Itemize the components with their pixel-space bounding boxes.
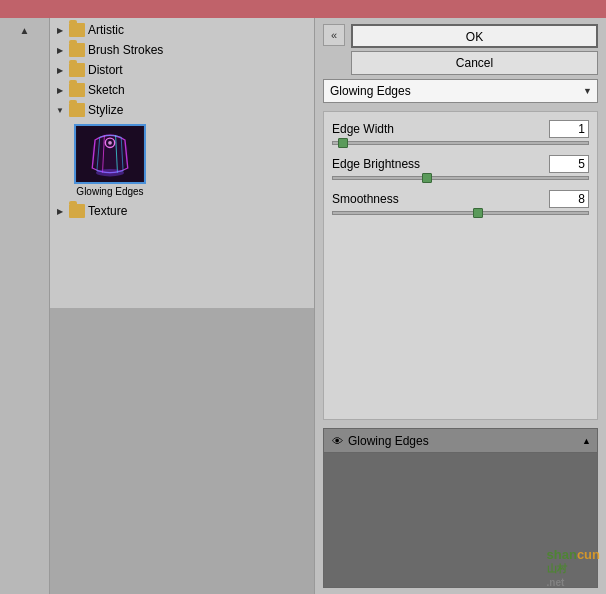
ok-button[interactable]: OK bbox=[351, 24, 598, 48]
scroll-up-arrow[interactable]: ▲ bbox=[17, 22, 33, 38]
folder-icon-sketch bbox=[69, 83, 85, 97]
thumbnail-image bbox=[74, 124, 146, 184]
title-bar bbox=[0, 0, 606, 18]
filter-select-wrapper: Glowing Edges bbox=[323, 79, 598, 103]
arrow-brush-strokes bbox=[54, 44, 66, 56]
collapse-icon: « bbox=[331, 29, 337, 41]
smoothness-input[interactable] bbox=[549, 190, 589, 208]
filter-select-row: Glowing Edges bbox=[315, 75, 606, 107]
folder-icon-distort bbox=[69, 63, 85, 77]
thumbnail-label-glowing-edges: Glowing Edges bbox=[76, 186, 143, 197]
left-scroll-panel: ▲ bbox=[0, 18, 50, 594]
tree-item-brush-strokes[interactable]: Brush Strokes bbox=[50, 40, 314, 60]
folder-icon-texture bbox=[69, 204, 85, 218]
label-texture: Texture bbox=[88, 204, 127, 218]
param-edge-brightness: Edge Brightness bbox=[332, 155, 589, 180]
preview-scroll-arrow: ▲ bbox=[582, 436, 591, 446]
folder-icon-stylize bbox=[69, 103, 85, 117]
smoothness-slider-thumb[interactable] bbox=[473, 208, 483, 218]
tree-item-artistic[interactable]: Artistic bbox=[50, 20, 314, 40]
eye-icon[interactable]: 👁 bbox=[330, 436, 344, 446]
edge-brightness-input[interactable] bbox=[549, 155, 589, 173]
filter-tree: Artistic Brush Strokes Distort Sketch bbox=[50, 18, 314, 308]
param-smoothness: Smoothness bbox=[332, 190, 589, 215]
folder-icon-artistic bbox=[69, 23, 85, 37]
arrow-artistic bbox=[54, 24, 66, 36]
edge-width-input[interactable] bbox=[549, 120, 589, 138]
preview-header: 👁 Glowing Edges ▲ bbox=[324, 429, 597, 453]
smoothness-label: Smoothness bbox=[332, 192, 399, 206]
tree-item-distort[interactable]: Distort bbox=[50, 60, 314, 80]
edge-brightness-label: Edge Brightness bbox=[332, 157, 420, 171]
label-artistic: Artistic bbox=[88, 23, 124, 37]
tree-item-texture[interactable]: Texture bbox=[50, 201, 314, 221]
right-panel: « OK Cancel Glowing Edges Edge Width bbox=[315, 18, 606, 594]
edge-brightness-slider-track[interactable] bbox=[332, 176, 589, 180]
svg-point-6 bbox=[96, 169, 124, 176]
edge-brightness-slider-thumb[interactable] bbox=[422, 173, 432, 183]
edge-width-slider-thumb[interactable] bbox=[338, 138, 348, 148]
arrow-stylize bbox=[54, 104, 66, 116]
tree-item-sketch[interactable]: Sketch bbox=[50, 80, 314, 100]
collapse-button[interactable]: « bbox=[323, 24, 345, 46]
label-brush-strokes: Brush Strokes bbox=[88, 43, 163, 57]
label-stylize: Stylize bbox=[88, 103, 123, 117]
params-area: Edge Width Edge Brightness bbox=[323, 111, 598, 420]
arrow-texture bbox=[54, 205, 66, 217]
thumbnail-glowing-edges[interactable]: Glowing Edges bbox=[74, 124, 146, 197]
gray-bottom-area bbox=[50, 308, 314, 594]
svg-point-5 bbox=[108, 141, 112, 145]
label-sketch: Sketch bbox=[88, 83, 125, 97]
filter-select[interactable]: Glowing Edges bbox=[323, 79, 598, 103]
edge-width-slider-track[interactable] bbox=[332, 141, 589, 145]
watermark: shancun 山村 .net bbox=[547, 547, 600, 588]
smoothness-slider-track[interactable] bbox=[332, 211, 589, 215]
arrow-sketch bbox=[54, 84, 66, 96]
preview-label: Glowing Edges bbox=[348, 434, 429, 448]
arrow-distort bbox=[54, 64, 66, 76]
folder-icon-brush-strokes bbox=[69, 43, 85, 57]
label-distort: Distort bbox=[88, 63, 123, 77]
cancel-button[interactable]: Cancel bbox=[351, 51, 598, 75]
thumbnail-area: Glowing Edges bbox=[50, 120, 314, 201]
filter-tree-panel: Artistic Brush Strokes Distort Sketch bbox=[50, 18, 315, 594]
param-edge-width: Edge Width bbox=[332, 120, 589, 145]
edge-width-label: Edge Width bbox=[332, 122, 394, 136]
tree-item-stylize[interactable]: Stylize bbox=[50, 100, 314, 120]
